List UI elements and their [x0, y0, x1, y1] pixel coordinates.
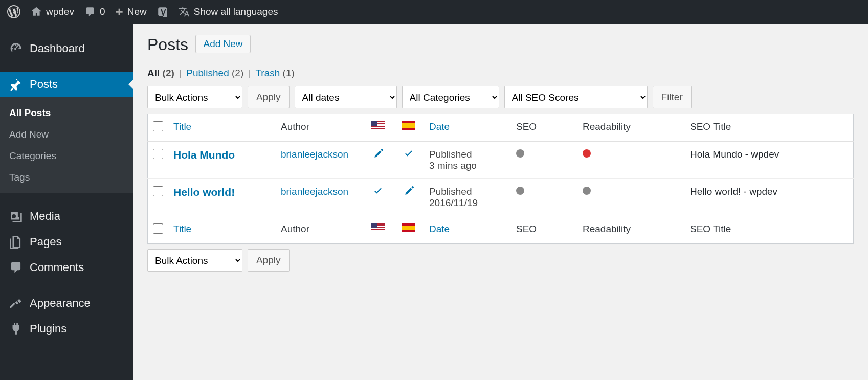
date-value: 3 mins ago — [429, 160, 477, 171]
select-all-checkbox-foot[interactable] — [153, 223, 163, 234]
col-title[interactable]: Title — [168, 114, 276, 142]
media-icon — [9, 210, 23, 223]
sub-add-new[interactable]: Add New — [0, 124, 133, 145]
readability-dot-icon — [583, 187, 591, 195]
posts-table: Title Author Date SEO Readability SEO Ti… — [147, 114, 854, 244]
tablenav-top: Bulk Actions Apply All dates All Categor… — [147, 86, 854, 108]
es-flag-icon — [402, 121, 415, 130]
show-languages-label: Show all languages — [194, 6, 278, 17]
yoast-link[interactable] — [157, 6, 168, 17]
wordpress-icon — [7, 5, 20, 18]
sub-categories[interactable]: Categories — [0, 145, 133, 167]
lang-us-cell[interactable] — [363, 179, 393, 216]
seo-title: Hola Mundo - wpdev — [685, 142, 854, 179]
sidebar-item-pages[interactable]: Pages — [0, 229, 133, 255]
author-link[interactable]: brianleejackson — [281, 186, 348, 197]
filter-button[interactable]: Filter — [653, 86, 692, 108]
posts-submenu: All Posts Add New Categories Tags — [0, 97, 133, 193]
col-lang-es — [393, 114, 424, 142]
apply-button-bottom[interactable]: Apply — [248, 249, 290, 272]
site-link[interactable]: wpdev — [31, 6, 74, 17]
author-link[interactable]: brianleejackson — [281, 149, 348, 160]
add-new-button[interactable]: Add New — [195, 35, 250, 53]
wp-logo[interactable] — [7, 5, 20, 18]
col-date-foot[interactable]: Date — [424, 216, 511, 244]
show-languages[interactable]: Show all languages — [179, 6, 278, 17]
sidebar-item-appearance[interactable]: Appearance — [0, 290, 133, 316]
col-title-foot[interactable]: Title — [168, 216, 276, 244]
sidebar-item-posts[interactable]: Posts — [0, 72, 133, 97]
admin-sidebar: Dashboard Posts All Posts Add New Catego… — [0, 24, 133, 380]
readability-score — [577, 142, 685, 179]
lang-es-cell[interactable] — [393, 142, 424, 179]
select-all-checkbox[interactable] — [153, 121, 163, 131]
seo-score — [511, 179, 577, 216]
lang-es-cell[interactable] — [393, 179, 424, 216]
lang-us-cell[interactable] — [363, 142, 393, 179]
col-author: Author — [276, 114, 363, 142]
filter-all[interactable]: All (2) — [147, 68, 174, 78]
comments-link[interactable]: 0 — [84, 6, 105, 17]
categories-select[interactable]: All Categories — [402, 86, 499, 108]
seo-title: Hello world! - wpdev — [685, 179, 854, 216]
seo-scores-select[interactable]: All SEO Scores — [504, 86, 648, 108]
dates-select[interactable]: All dates — [295, 86, 397, 108]
sidebar-label: Posts — [30, 78, 58, 91]
us-flag-icon — [371, 121, 385, 130]
sidebar-item-plugins[interactable]: Plugins — [0, 316, 133, 342]
date-status: Published — [429, 186, 472, 197]
pin-icon — [9, 78, 23, 91]
row-checkbox[interactable] — [153, 186, 163, 196]
sidebar-label: Pages — [30, 235, 61, 249]
status-filters: All (2) | Published (2) | Trash (1) — [147, 68, 854, 79]
home-icon — [31, 6, 42, 17]
post-title-link[interactable]: Hola Mundo — [173, 149, 235, 161]
comments-icon — [9, 261, 23, 274]
bulk-actions-select-bottom[interactable]: Bulk Actions — [147, 249, 242, 272]
sidebar-label: Dashboard — [30, 42, 85, 55]
seo-score — [511, 142, 577, 179]
readability-score — [577, 179, 685, 216]
col-lang-us — [363, 114, 393, 142]
col-readability: Readability — [577, 114, 685, 142]
readability-dot-icon — [583, 149, 591, 158]
comments-count: 0 — [100, 6, 105, 17]
apply-button[interactable]: Apply — [248, 86, 290, 108]
sidebar-item-comments[interactable]: Comments — [0, 255, 133, 280]
sidebar-label: Appearance — [30, 297, 91, 310]
content: Posts Add New All (2) | Published (2) | … — [133, 24, 868, 380]
check-icon — [373, 186, 383, 196]
sidebar-item-media[interactable]: Media — [0, 204, 133, 229]
new-link[interactable]: + New — [116, 5, 147, 18]
us-flag-icon — [371, 223, 385, 232]
sub-all-posts[interactable]: All Posts — [0, 102, 133, 124]
sub-tags[interactable]: Tags — [0, 167, 133, 188]
appearance-icon — [9, 297, 23, 310]
col-seo-title-foot: SEO Title — [685, 216, 854, 244]
date-value: 2016/11/19 — [429, 197, 478, 208]
sidebar-label: Comments — [30, 261, 84, 274]
col-author-foot: Author — [276, 216, 363, 244]
bulk-actions-select[interactable]: Bulk Actions — [147, 86, 242, 108]
tablenav-bottom: Bulk Actions Apply — [147, 249, 854, 272]
table-row: Hello world!brianleejacksonPublished2016… — [148, 179, 854, 216]
pencil-icon[interactable] — [404, 186, 414, 196]
col-seo-title: SEO Title — [685, 114, 854, 142]
filter-published[interactable]: Published (2) — [186, 68, 243, 78]
new-label: New — [127, 6, 147, 17]
seo-dot-icon — [516, 187, 524, 195]
check-icon — [404, 149, 414, 159]
pencil-icon[interactable] — [373, 149, 383, 159]
sidebar-item-dashboard[interactable]: Dashboard — [0, 36, 133, 61]
pages-icon — [9, 235, 23, 249]
col-date[interactable]: Date — [424, 114, 511, 142]
sidebar-label: Media — [30, 210, 60, 223]
sidebar-label: Plugins — [30, 322, 66, 336]
filter-trash[interactable]: Trash (1) — [255, 68, 294, 78]
col-readability-foot: Readability — [577, 216, 685, 244]
plus-icon: + — [116, 5, 123, 18]
date-status: Published — [429, 149, 472, 160]
row-checkbox[interactable] — [153, 149, 163, 159]
col-seo-foot: SEO — [511, 216, 577, 244]
post-title-link[interactable]: Hello world! — [173, 186, 235, 198]
